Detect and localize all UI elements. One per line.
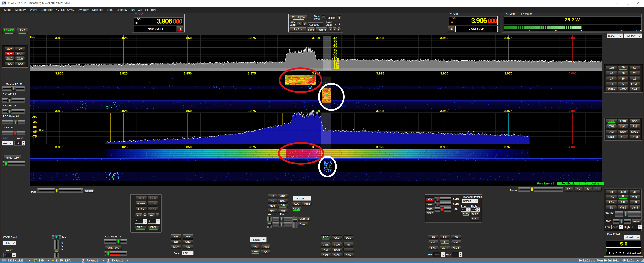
svg-text:3.875: 3.875 [248,72,256,75]
svg-text:3.950: 3.950 [440,109,448,113]
svg-text:3.950: 3.950 [440,72,448,75]
svg-text:-45: -45 [32,120,37,124]
svg-text:-140: -140 [332,66,339,70]
svg-text:3.825: 3.825 [120,36,128,40]
svg-text:3.950: 3.950 [440,36,448,40]
svg-text:-65: -65 [32,130,37,133]
svg-text:3.825: 3.825 [120,109,128,113]
svg-text:3.875: 3.875 [248,36,256,40]
svg-text:3.900: 3.900 [312,36,320,40]
svg-text:4.000: 4.000 [568,72,576,75]
svg-text:3.800: 3.800 [55,145,63,149]
svg-text:4.000: 4.000 [568,145,576,149]
svg-text:3.800: 3.800 [55,72,63,75]
svg-text:3.925: 3.925 [376,72,384,75]
svg-text:3.825: 3.825 [120,72,128,75]
svg-text:3.950: 3.950 [440,145,448,149]
svg-text:3.925: 3.925 [376,36,384,40]
svg-text:3.900: 3.900 [312,109,320,113]
svg-text:3.850: 3.850 [184,109,192,113]
svg-text:3.875: 3.875 [248,145,256,149]
svg-text:3.975: 3.975 [504,109,512,113]
svg-text:3.800: 3.800 [55,109,63,113]
svg-text:3.875: 3.875 [248,109,256,113]
svg-text:3.850: 3.850 [184,72,192,75]
svg-text:3.975: 3.975 [504,72,512,75]
svg-text:3.800: 3.800 [55,36,63,40]
svg-text:3.825: 3.825 [120,145,128,149]
svg-text:3.975: 3.975 [504,145,512,149]
svg-text:3.850: 3.850 [184,145,192,149]
svg-text:-55: -55 [32,125,37,128]
svg-text:3.975: 3.975 [504,36,512,40]
svg-text:-35: -35 [32,115,37,119]
svg-text:3.925: 3.925 [376,109,384,113]
svg-text:3.925: 3.925 [376,145,384,149]
svg-text:4.000: 4.000 [568,36,576,40]
svg-text:-75: -75 [32,135,37,138]
svg-text:4.000: 4.000 [568,109,576,113]
svg-text:3.850: 3.850 [184,36,192,40]
svg-text:-G: -G [41,128,44,131]
svg-text:30: 30 [32,35,35,38]
